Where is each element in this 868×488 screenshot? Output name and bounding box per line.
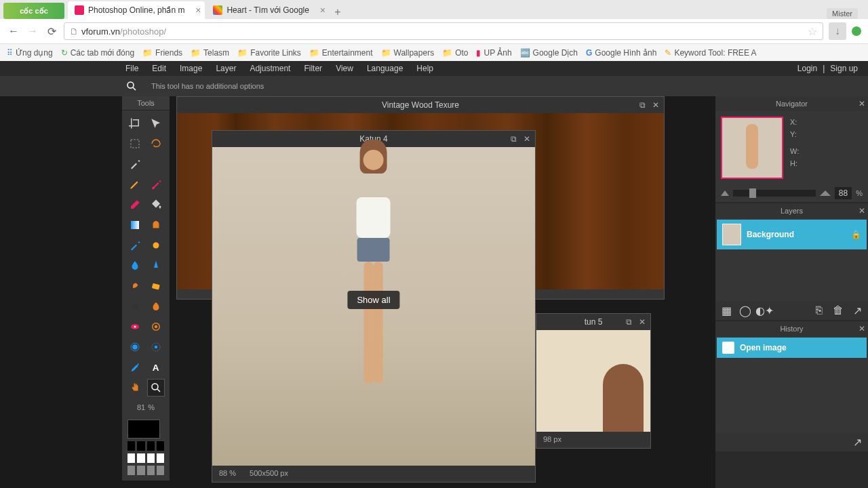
type-tool[interactable]: A [147,359,165,376]
duplicate-icon[interactable]: ⎘ [812,304,826,317]
document-titlebar[interactable]: tun 5 ⧉ ✕ [536,314,650,330]
maximize-icon[interactable]: ⧉ [623,317,634,327]
gradient-tool[interactable] [126,216,144,234]
maximize-icon[interactable]: ⧉ [637,100,648,110]
layer-thumbnail[interactable] [722,224,741,245]
bookmark-folder[interactable]: 📁Friends [142,48,182,58]
adjustment-icon[interactable]: ◐✦ [757,304,771,317]
extension-icon[interactable] [852,26,861,36]
sponge-tool[interactable] [147,277,165,295]
document-window-active[interactable]: Katun 4 ⧉ ✕ Show all [212,130,536,483]
back-icon[interactable]: ← [7,24,20,38]
new-tab-button[interactable]: + [331,5,344,19]
close-icon[interactable]: ✕ [859,99,865,108]
zoom-out-icon[interactable] [721,190,729,196]
bookmark-folder[interactable]: 📁Oto [442,48,468,58]
bookmark-star-icon[interactable]: ☆ [808,25,817,38]
trash-icon[interactable]: 🗑 [831,304,845,317]
bookmark-folder[interactable]: 📁Telasm [191,48,229,58]
pinch-tool[interactable] [147,338,165,356]
color-swatches[interactable] [122,414,170,481]
document-window[interactable]: tun 5 ⧉ ✕ 98 px [536,313,651,449]
menu-edit[interactable]: Edit [152,64,166,73]
browser-logo[interactable]: cốc cốc [3,3,64,19]
history-item[interactable]: Open image [717,338,867,358]
sharpen-tool[interactable] [147,257,165,274]
show-all-button[interactable]: Show all [347,291,399,309]
document-canvas[interactable] [536,330,650,432]
foreground-color[interactable] [127,420,160,439]
close-icon[interactable]: ✕ [521,134,532,144]
panel-header[interactable]: Navigator ✕ [715,96,868,111]
menu-help[interactable]: Help [416,64,433,73]
close-icon[interactable]: ✕ [859,324,865,333]
download-icon[interactable]: ↓ [829,22,846,40]
zoom-in-icon[interactable] [820,190,831,196]
bookmark-link[interactable]: GGoogle Hình ảnh [586,48,656,58]
bucket-tool[interactable] [147,196,165,214]
hand-tool[interactable] [126,379,144,396]
menu-file[interactable]: File [125,64,138,73]
mask-icon[interactable]: ◯ [738,304,752,317]
redeye-tool[interactable] [126,318,144,336]
browser-tab[interactable]: Photoshop Online, phần m × [68,1,205,19]
document-titlebar[interactable]: Vintage Wood Texure ⧉ ✕ [177,97,664,113]
crop-tool[interactable] [126,115,144,132]
bookmark-link[interactable]: ▮UP Ảnh [476,48,511,58]
browser-tab[interactable]: Heart - Tìm với Google × [206,1,329,19]
maximize-icon[interactable]: ⧉ [508,134,519,144]
signup-link[interactable]: Sign up [830,64,858,73]
menu-layer[interactable]: Layer [216,64,236,73]
layer-item[interactable]: Background 🔒 [717,220,867,249]
eraser-tool[interactable] [126,196,144,214]
lock-icon[interactable]: 🔒 [851,230,861,239]
brush-tool[interactable] [147,176,165,193]
login-link[interactable]: Login [797,64,817,73]
bookmark-recent[interactable]: ↻Các tab mới đóng [61,48,134,58]
menu-view[interactable]: View [336,64,353,73]
spot-tool[interactable] [147,318,165,336]
dodge-tool[interactable] [126,298,144,315]
more-icon[interactable]: ↗ [850,304,864,317]
picker-tool[interactable] [126,359,144,376]
zoom-tool[interactable] [147,379,165,396]
panel-header[interactable]: History ✕ [715,321,868,336]
bloat-tool[interactable] [126,338,144,356]
draw-tool[interactable] [147,237,165,254]
user-profile-button[interactable]: Mister [827,8,858,19]
navigator-thumbnail[interactable] [721,117,783,179]
clone-tool[interactable] [147,216,165,234]
pencil-tool[interactable] [126,176,144,193]
close-icon[interactable]: ✕ [859,206,865,216]
canvas-area[interactable]: Vintage Wood Texure ⧉ ✕ tun 5 ⧉ ✕ [170,96,715,488]
marquee-tool[interactable] [126,135,144,152]
reload-icon[interactable]: ⟳ [45,24,58,38]
lasso-tool[interactable] [147,135,165,152]
bookmark-link[interactable]: ✎Keyword Tool: FREE A [665,48,756,58]
new-layer-icon[interactable]: ▦ [719,304,733,317]
zoom-slider[interactable] [733,190,816,197]
document-canvas[interactable]: Show all [212,147,535,466]
bookmark-folder[interactable]: 📁Wallpapers [381,48,435,58]
zoom-value[interactable]: 88 [835,187,852,199]
bookmark-folder[interactable]: 📁Favorite Links [237,48,301,58]
wand-tool[interactable] [126,155,144,173]
burn-tool[interactable] [147,298,165,315]
close-icon[interactable]: ✕ [637,317,648,327]
bookmark-apps[interactable]: ⠿Ứng dụng [7,48,53,58]
menu-filter[interactable]: Filter [304,64,322,73]
menu-language[interactable]: Language [367,64,403,73]
forward-icon[interactable]: → [26,24,39,38]
smudge-tool[interactable] [126,277,144,295]
close-icon[interactable]: × [195,5,201,16]
blur-tool[interactable] [126,257,144,274]
close-icon[interactable]: ✕ [650,100,661,110]
menu-adjustment[interactable]: Adjustment [250,64,290,73]
bookmark-link[interactable]: 🔤Google Dịch [520,48,578,58]
bookmark-folder[interactable]: 📁Entertainment [309,48,373,58]
move-tool[interactable] [147,115,165,132]
menu-image[interactable]: Image [180,64,202,73]
url-input[interactable]: 🗋 vforum.vn/photoshop/ ☆ [64,22,823,40]
replace-tool[interactable] [126,237,144,254]
panel-header[interactable]: Layers ✕ [715,203,868,218]
